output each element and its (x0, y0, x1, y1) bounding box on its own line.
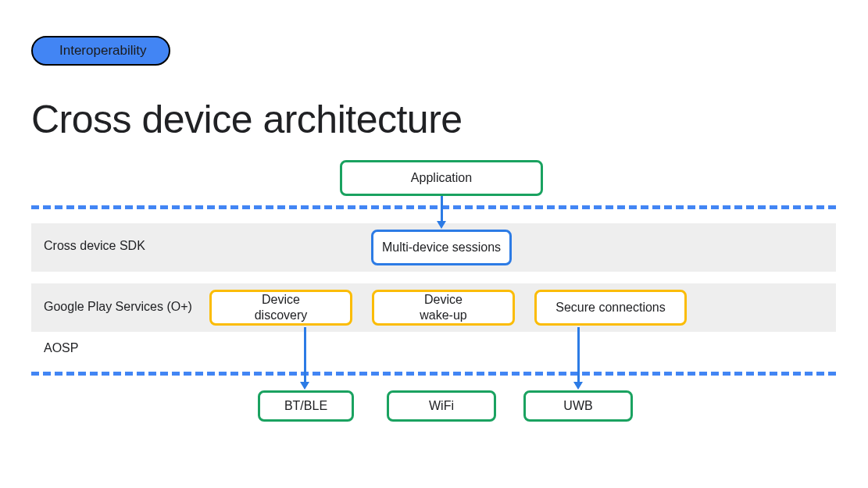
box-uwb: UWB (523, 390, 633, 422)
pill-label: Interoperability (59, 43, 147, 58)
category-pill: Interoperability (31, 36, 170, 66)
box-secure-connections: Secure connections (534, 290, 687, 326)
label-gps: Google Play Services (O+) (44, 300, 192, 314)
box-device-discovery: Device discovery (209, 290, 352, 326)
box-device-wakeup: Device wake-up (372, 290, 515, 326)
box-multi-device-sessions: Multi-device sessions (371, 230, 512, 265)
label-aosp: AOSP (44, 341, 78, 355)
box-application: Application (340, 160, 543, 196)
diagram: Cross device SDK Google Play Services (O… (0, 160, 868, 457)
box-wifi: WiFi (387, 390, 496, 422)
divider-bottom (31, 372, 836, 376)
label-sdk: Cross device SDK (44, 239, 145, 253)
box-bt-ble: BT/BLE (258, 390, 354, 422)
divider-top (31, 205, 836, 209)
slide-title: Cross device architecture (31, 97, 463, 142)
